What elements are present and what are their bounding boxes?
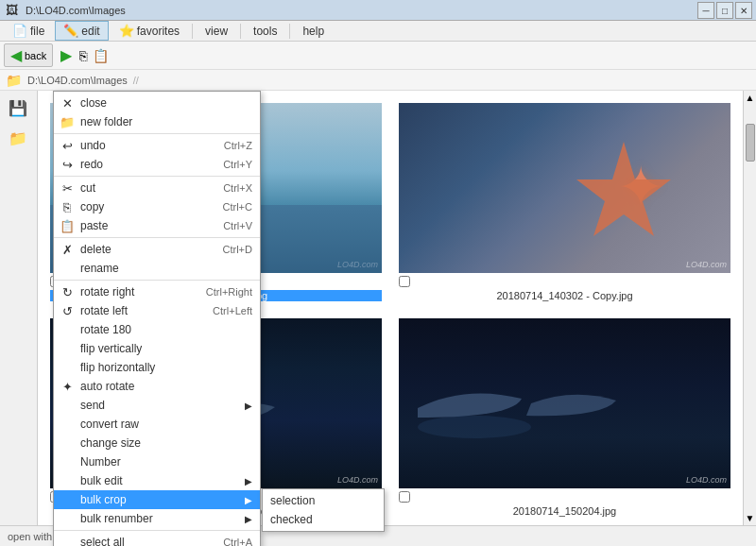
change-size-icon — [58, 434, 77, 452]
status-open-with: open with — [8, 531, 52, 542]
menu-rotate-180[interactable]: rotate 180 — [54, 320, 260, 339]
shark2-svg — [399, 361, 654, 446]
window-title-bar: 🖼 D:\LO4D.com\Images ─ □ ✕ — [0, 0, 756, 21]
copy-icon: ⎘ — [58, 197, 77, 216]
menu-item-favorites[interactable]: ⭐ favorites — [111, 21, 188, 41]
file-menu-icon: 📄 — [12, 24, 27, 38]
checkbox-4[interactable] — [399, 491, 410, 503]
path-folder-icon: 📁 — [6, 73, 22, 88]
menu-item-tools[interactable]: tools — [245, 22, 285, 41]
menu-change-size[interactable]: change size — [54, 434, 260, 452]
menu-item-help[interactable]: help — [294, 22, 333, 41]
close-icon: ✕ — [58, 94, 77, 112]
scroll-down-arrow[interactable]: ▼ — [744, 511, 756, 525]
starfish-svg — [567, 137, 680, 250]
menu-delete[interactable]: ✗ delete Ctrl+D — [54, 240, 260, 259]
image-starfish: LO4D.com — [399, 103, 730, 273]
menu-cut[interactable]: ✂ cut Ctrl+X — [54, 179, 260, 197]
menu-rotate-right[interactable]: ↻ rotate right Ctrl+Right — [54, 282, 260, 301]
menu-send[interactable]: send ▶ — [54, 396, 260, 415]
menu-separator — [192, 24, 193, 39]
watermark-4: LO4D.com — [686, 475, 727, 485]
menu-bulk-edit[interactable]: bulk edit ▶ — [54, 471, 260, 490]
toolbar-fwd-icon: ▶ — [60, 46, 72, 64]
menu-sep-2 — [54, 176, 260, 177]
view-menu-label: view — [205, 25, 228, 38]
scroll-up-arrow[interactable]: ▲ — [744, 91, 756, 105]
close-button[interactable]: ✕ — [735, 2, 752, 19]
convert-raw-icon — [58, 415, 77, 434]
menu-close[interactable]: ✕ close — [54, 94, 260, 112]
number-icon — [58, 452, 77, 471]
send-arrow: ▶ — [245, 401, 252, 411]
menu-rename[interactable]: rename — [54, 259, 260, 278]
submenu-selection[interactable]: selection — [263, 491, 384, 510]
image-shark2: LO4D.com — [399, 318, 730, 488]
bulk-renumber-arrow: ▶ — [245, 514, 252, 524]
window-title: D:\LO4D.com\Images — [22, 5, 750, 16]
bulk-crop-icon — [58, 490, 77, 509]
sidebar: 💾 📁 — [0, 91, 38, 525]
menu-item-file[interactable]: 📄 file — [4, 21, 53, 41]
menu-rotate-left[interactable]: ↺ rotate left Ctrl+Left — [54, 301, 260, 320]
menu-bulk-crop[interactable]: bulk crop ▶ selection checked — [54, 490, 260, 509]
submenu-checked[interactable]: checked — [263, 510, 384, 529]
menu-auto-rotate[interactable]: ✦ auto rotate — [54, 377, 260, 396]
bulk-edit-icon — [58, 471, 77, 490]
menu-bulk-renumber[interactable]: bulk renumber ▶ — [54, 509, 260, 528]
checkbox-2[interactable] — [399, 276, 410, 287]
menu-select-all[interactable]: select all Ctrl+A — [54, 533, 260, 546]
redo-icon: ↪ — [58, 155, 77, 174]
favorites-menu-icon: ⭐ — [119, 24, 134, 38]
svg-marker-10 — [576, 142, 671, 236]
bulk-renumber-icon — [58, 509, 77, 528]
path-extra: // — [133, 75, 139, 86]
back-label: back — [25, 50, 46, 61]
menu-convert-raw[interactable]: convert raw — [54, 415, 260, 434]
image-cell-4[interactable]: LO4D.com 20180714_150204.jpg — [394, 314, 735, 521]
image-thumb-4: LO4D.com — [399, 318, 730, 488]
menu-flip-h[interactable]: flip horizontally — [54, 358, 260, 377]
menu-sep-3 — [54, 237, 260, 238]
back-button[interactable]: ◀ back — [4, 43, 53, 67]
minimize-button[interactable]: ─ — [697, 2, 714, 19]
cut-icon: ✂ — [58, 179, 77, 197]
menu-bar: 📄 file ✏️ edit ⭐ favorites view tools he… — [0, 21, 756, 42]
undo-icon: ↩ — [58, 136, 77, 155]
menu-copy[interactable]: ⎘ copy Ctrl+C — [54, 197, 260, 216]
image-label-2: 20180714_140302 - Copy.jpg — [399, 290, 730, 301]
maximize-button[interactable]: □ — [716, 2, 733, 19]
edit-dropdown-menu: ✕ close 📁 new folder ↩ undo Ctrl+Z ↪ red… — [53, 91, 261, 546]
send-icon — [58, 396, 77, 415]
sidebar-folder-icon[interactable]: 📁 — [2, 125, 34, 151]
sidebar-drive-icon[interactable]: 💾 — [2, 94, 34, 121]
menu-sep-1 — [54, 133, 260, 134]
select-all-icon — [58, 533, 77, 546]
path-text: D:\LO4D.com\Images — [27, 75, 128, 86]
flip-v-icon — [58, 339, 77, 358]
menu-item-view[interactable]: view — [197, 22, 236, 41]
menu-paste[interactable]: 📋 paste Ctrl+V — [54, 216, 260, 235]
menu-number[interactable]: Number — [54, 452, 260, 471]
status-open-with-label: open with — [8, 531, 52, 542]
menu-separator2 — [240, 24, 241, 39]
scroll-thumb[interactable] — [746, 124, 755, 162]
image-cell-2[interactable]: LO4D.com 20180714_140302 - Copy.jpg — [394, 98, 735, 306]
menu-redo[interactable]: ↪ redo Ctrl+Y — [54, 155, 260, 174]
back-icon: ◀ — [10, 46, 22, 64]
menu-undo[interactable]: ↩ undo Ctrl+Z — [54, 136, 260, 155]
bulk-crop-arrow: ▶ — [245, 495, 252, 505]
auto-rotate-icon: ✦ — [58, 377, 77, 396]
toolbar-move-icon: 📋 — [93, 48, 109, 63]
menu-separator3 — [289, 24, 290, 39]
image-label-4: 20180714_150204.jpg — [399, 505, 730, 517]
image-thumb-2: LO4D.com — [399, 103, 730, 273]
menu-flip-v[interactable]: flip vertically — [54, 339, 260, 358]
scrollbar-vertical[interactable]: ▲ ▼ — [743, 91, 756, 525]
menu-new-folder[interactable]: 📁 new folder — [54, 112, 260, 131]
rotate180-icon — [58, 320, 77, 339]
folder-icon: 📁 — [58, 112, 77, 131]
menu-item-edit[interactable]: ✏️ edit — [55, 21, 108, 41]
rotate-right-icon: ↻ — [58, 282, 77, 301]
edit-menu-icon: ✏️ — [63, 24, 78, 38]
